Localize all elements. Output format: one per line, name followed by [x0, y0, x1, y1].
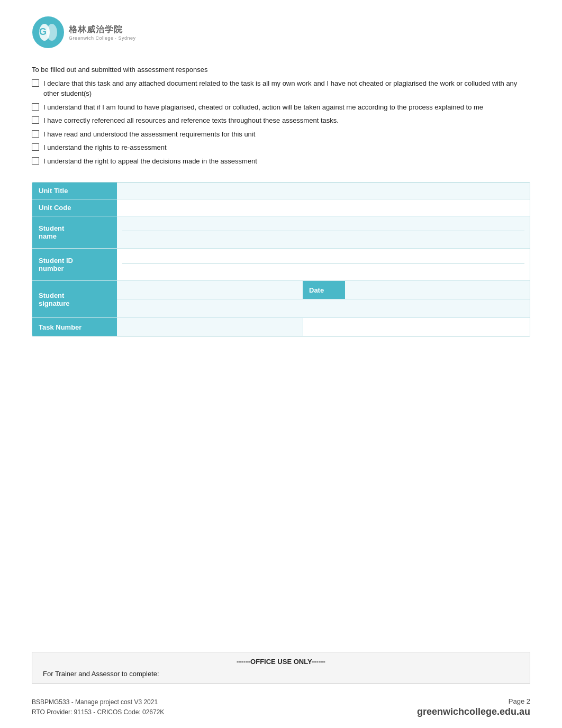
footer-right: Page 2 greenwichcollege.edu.au [417, 697, 530, 717]
checkbox-1[interactable] [32, 103, 39, 111]
unit-code-row: Unit Code [32, 199, 530, 216]
logo-icon: G [32, 16, 65, 49]
intro-section: To be filled out and submitted with asse… [32, 65, 530, 169]
task-inner-row [117, 318, 530, 336]
student-id-row: Student IDnumber [32, 249, 530, 281]
svg-point-2 [47, 24, 57, 41]
checkbox-item-3: I have read and understood the assessmen… [32, 129, 530, 140]
task-number-label: Task Number [32, 318, 117, 336]
signature-value2[interactable] [117, 299, 303, 318]
student-name-value[interactable] [117, 216, 530, 249]
empty-cell2 [345, 299, 530, 318]
task-inner-table [117, 318, 530, 336]
checkbox-text-4: I understand the rights to re-assessment [43, 142, 530, 153]
checkbox-4[interactable] [32, 143, 39, 151]
footer-line2: RTO Provider: 91153 - CRICOS Code: 02672… [32, 707, 164, 717]
empty-cell [303, 299, 345, 318]
footer-page: Page 2 [417, 697, 530, 705]
office-title: ------OFFICE USE ONLY------ [43, 658, 519, 666]
signature-value[interactable] [117, 281, 303, 299]
footer-line1: BSBPMG533 - Manage project cost V3 2021 [32, 697, 164, 707]
student-id-value[interactable] [117, 249, 530, 281]
checkbox-0[interactable] [32, 79, 39, 87]
task-number-row: Task Number [32, 318, 530, 336]
sig-date-inner-row: Date [117, 281, 530, 299]
unit-title-label: Unit Title [32, 183, 117, 199]
footer: BSBPMG533 - Manage project cost V3 2021 … [32, 693, 530, 717]
student-signature-label: Studentsignature [32, 281, 117, 318]
form-table-container: Unit Title Unit Code Studentname [32, 182, 530, 336]
student-signature-row: Studentsignature Date [32, 281, 530, 318]
footer-left: BSBPMG533 - Manage project cost V3 2021 … [32, 697, 164, 717]
intro-subtitle: To be filled out and submitted with asse… [32, 65, 530, 75]
header: G 格林威治学院 Greenwich College · Sydney [32, 16, 530, 49]
unit-code-value[interactable] [117, 199, 530, 216]
footer-brand: greenwichcollege.edu.au [417, 706, 530, 717]
checkbox-item-4: I understand the rights to re-assessment [32, 142, 530, 153]
unit-title-row: Unit Title [32, 183, 530, 199]
checkbox-text-0: I declare that this task and any attache… [43, 78, 530, 99]
checkbox-item-2: I have correctly referenced all resource… [32, 115, 530, 126]
sig-date-table: Date [117, 281, 530, 317]
checkbox-item-0: I declare that this task and any attache… [32, 78, 530, 99]
unit-title-value[interactable] [117, 183, 530, 199]
form-table: Unit Title Unit Code Studentname [32, 183, 530, 336]
logo-name: 格林威治学院 [69, 24, 136, 35]
student-id-label: Student IDnumber [32, 249, 117, 281]
student-name-row: Studentname [32, 216, 530, 249]
checkbox-item-5: I understand the right to appeal the dec… [32, 156, 530, 167]
checkbox-2[interactable] [32, 116, 39, 124]
logo-container: G 格林威治学院 Greenwich College · Sydney [32, 16, 136, 49]
checkbox-text-5: I understand the right to appeal the dec… [43, 156, 530, 167]
task-value-left[interactable] [117, 318, 303, 336]
page-container: G 格林威治学院 Greenwich College · Sydney To b… [0, 0, 562, 728]
date-label: Date [303, 281, 345, 299]
checkbox-text-2: I have correctly referenced all resource… [43, 115, 530, 126]
brand-bold: greenwichcollege [417, 706, 497, 717]
checkbox-text-3: I have read and understood the assessmen… [43, 129, 530, 140]
office-body: For Trainer and Assessor to complete: [43, 670, 519, 678]
date-value[interactable] [345, 281, 530, 299]
task-value-right[interactable] [303, 318, 530, 336]
logo-subtitle: Greenwich College · Sydney [69, 35, 136, 41]
checkbox-3[interactable] [32, 130, 39, 138]
checkbox-item-1: I understand that if I am found to have … [32, 102, 530, 113]
student-name-label: Studentname [32, 216, 117, 249]
svg-text:G: G [39, 26, 47, 37]
unit-code-label: Unit Code [32, 199, 117, 216]
checkbox-5[interactable] [32, 157, 39, 165]
office-use-section: ------OFFICE USE ONLY------ For Trainer … [32, 652, 530, 684]
brand-normal: .edu.au [497, 706, 530, 717]
spacer [32, 352, 530, 652]
logo-text: 格林威治学院 Greenwich College · Sydney [69, 24, 136, 41]
checkbox-text-1: I understand that if I am found to have … [43, 102, 530, 113]
sig-date-inner-row2 [117, 299, 530, 318]
